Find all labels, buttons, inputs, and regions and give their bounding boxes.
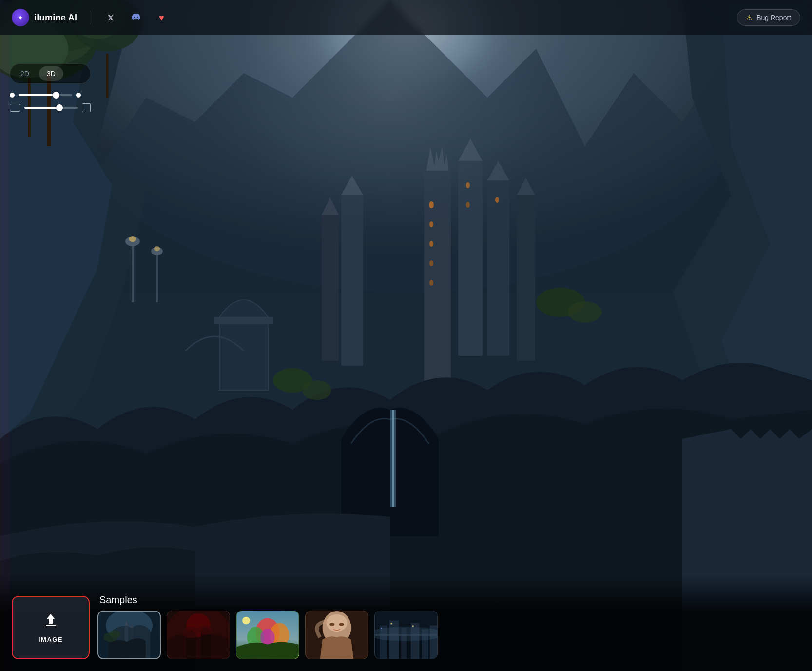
toggle-2d-button[interactable]: 2D	[13, 66, 37, 81]
sample-thumb-3[interactable]	[236, 611, 299, 659]
sample-thumb-4[interactable]	[305, 611, 368, 659]
logo-icon: ✦	[12, 9, 29, 26]
svg-rect-42	[1, 0, 11, 671]
left-controls-panel: 2D 3D	[10, 63, 91, 112]
svg-point-56	[183, 627, 200, 638]
slider-2-fill	[24, 107, 59, 109]
svg-point-57	[198, 625, 213, 635]
samples-label: Samples	[97, 594, 438, 606]
app-name: ilumine AI	[34, 13, 77, 23]
view-toggle: 2D 3D	[10, 63, 91, 84]
upload-label: IMAGE	[39, 636, 63, 643]
slider-1-dot-right	[76, 93, 81, 98]
slider-1-fill	[19, 94, 56, 96]
slider-2-track[interactable]	[24, 107, 78, 109]
bottom-content: IMAGE Samples	[0, 594, 812, 659]
main-canvas	[0, 0, 812, 671]
sample-thumb-5[interactable]	[374, 611, 438, 659]
slider-1-thumb[interactable]	[53, 92, 59, 99]
svg-rect-44	[46, 625, 56, 626]
svg-point-52	[110, 630, 121, 637]
samples-section: Samples	[97, 594, 438, 659]
slider-2-icon-left	[10, 104, 20, 112]
svg-point-67	[326, 614, 347, 632]
slider-2-row	[10, 103, 91, 112]
svg-point-69	[339, 623, 344, 626]
sample-thumb-2[interactable]	[167, 611, 230, 659]
slider-1-row	[10, 93, 91, 98]
slider-2-thumb[interactable]	[56, 104, 63, 111]
discord-button[interactable]	[128, 10, 144, 25]
kofi-button[interactable]: ♥	[154, 10, 169, 25]
svg-rect-80	[391, 623, 392, 625]
svg-rect-82	[381, 628, 382, 629]
upload-image-button[interactable]: IMAGE	[12, 596, 90, 659]
slider-1-dot-left	[10, 93, 15, 98]
slider-2-icon-right	[82, 103, 91, 112]
toggle-3d-button[interactable]: 3D	[39, 66, 63, 81]
svg-point-68	[329, 623, 334, 626]
topbar: ✦ ilumine AI ♥ ⚠ Bug Report	[0, 0, 812, 35]
samples-row	[97, 611, 438, 659]
twitter-x-button[interactable]	[103, 10, 118, 25]
svg-point-79	[375, 627, 437, 641]
upload-arrow-icon	[43, 612, 58, 631]
bug-report-button[interactable]: ⚠ Bug Report	[737, 9, 800, 26]
svg-point-64	[242, 617, 250, 625]
bug-report-label: Bug Report	[756, 14, 791, 21]
warning-icon: ⚠	[746, 14, 753, 21]
nav-divider	[90, 11, 90, 24]
bottom-bar: IMAGE Samples	[0, 573, 812, 671]
svg-rect-43	[97, 0, 682, 390]
sliders-group	[10, 93, 91, 112]
sample-thumb-1[interactable]	[97, 611, 161, 659]
slider-1-track[interactable]	[19, 94, 72, 96]
svg-rect-22	[392, 410, 394, 507]
logo-area: ✦ ilumine AI	[12, 9, 77, 26]
svg-rect-81	[412, 625, 414, 627]
